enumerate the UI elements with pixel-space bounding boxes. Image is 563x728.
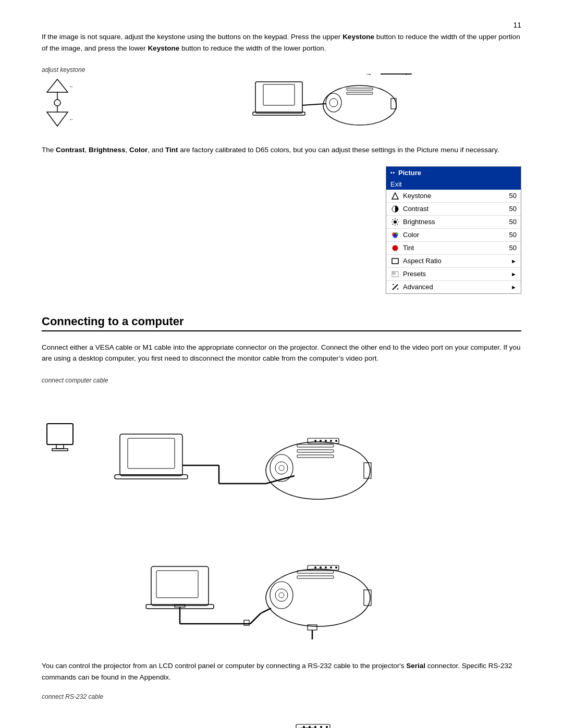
svg-point-65	[335, 440, 337, 442]
svg-rect-58	[297, 455, 334, 458]
svg-line-29	[397, 224, 398, 225]
svg-point-62	[320, 440, 322, 442]
svg-point-54	[275, 462, 288, 474]
svg-point-55	[279, 465, 284, 471]
keystone-diagram-label: adjust keystone	[42, 66, 85, 73]
svg-line-28	[393, 219, 394, 220]
advanced-label: Advanced	[403, 283, 511, 291]
calibration-text: The Contrast, Brightness, Color, and Tin…	[42, 144, 521, 156]
second-connection-diagram	[42, 535, 521, 650]
svg-point-77	[275, 589, 288, 601]
svg-rect-117	[296, 724, 330, 728]
brightness-label: Brightness	[403, 218, 509, 226]
svg-point-84	[320, 566, 322, 569]
picture-menu-header: •• Picture	[386, 167, 521, 179]
page-content: 11 If the image is not square, adjust th…	[0, 0, 563, 728]
svg-point-16	[329, 98, 338, 107]
svg-text:←: ←	[69, 83, 74, 89]
svg-rect-45	[120, 434, 182, 476]
svg-rect-12	[253, 112, 305, 115]
svg-line-66	[266, 476, 295, 484]
svg-point-14	[323, 85, 396, 125]
section-heading-connect: Connecting to a computer	[42, 315, 521, 331]
svg-point-63	[325, 440, 327, 442]
svg-line-88	[261, 608, 271, 613]
svg-line-73	[250, 613, 261, 624]
svg-point-35	[393, 245, 398, 251]
keystone-intro: If the image is not square, adjust the k…	[42, 31, 521, 54]
picture-menu-exit[interactable]: Exit	[386, 179, 521, 190]
svg-rect-43	[56, 445, 64, 449]
svg-rect-74	[244, 620, 249, 625]
menu-item-advanced[interactable]: Advanced ►	[386, 281, 521, 293]
svg-marker-21	[392, 193, 398, 199]
presets-icon	[390, 269, 400, 279]
tint-icon	[390, 243, 400, 253]
second-connection-svg	[146, 540, 500, 645]
page-number: 11	[513, 21, 521, 29]
keystone-label: Keystone	[403, 192, 509, 200]
menu-item-brightness[interactable]: Brightness 50	[386, 216, 521, 229]
svg-rect-47	[128, 438, 175, 468]
tint-label: Tint	[403, 244, 509, 252]
svg-rect-17	[347, 88, 373, 90]
svg-rect-60	[308, 438, 339, 443]
menu-item-tint[interactable]: Tint 50	[386, 242, 521, 255]
svg-rect-56	[297, 445, 334, 447]
color-value: 50	[509, 231, 517, 239]
svg-line-39	[393, 285, 398, 290]
keystone-value: 50	[509, 192, 517, 200]
presets-label: Presets	[403, 270, 511, 278]
svg-point-78	[279, 593, 284, 598]
computer-cable-area	[42, 387, 521, 523]
svg-point-61	[314, 440, 316, 442]
aspect-ratio-icon	[390, 256, 400, 266]
svg-point-83	[314, 566, 316, 569]
computer-cable-label: connect computer cable	[42, 377, 521, 384]
contrast-value: 50	[509, 205, 517, 213]
svg-point-2	[54, 100, 60, 106]
second-diagram-area	[42, 535, 521, 650]
svg-point-122	[326, 726, 328, 728]
computer-cable-diagram: connect computer cable	[42, 377, 521, 523]
svg-rect-36	[392, 258, 398, 264]
keystone-left-panel: adjust keystone ← ←	[42, 66, 104, 129]
svg-rect-38	[393, 273, 395, 274]
svg-point-87	[335, 566, 337, 569]
menu-item-presets[interactable]: Presets ►	[386, 268, 521, 281]
svg-line-30	[397, 219, 398, 220]
svg-rect-13	[263, 84, 295, 105]
svg-point-15	[326, 93, 341, 112]
rs232-svg	[42, 709, 396, 728]
picture-menu-title: Picture	[398, 169, 421, 177]
keystone-buttons-svg: ← ←	[42, 77, 73, 129]
svg-point-85	[325, 566, 327, 569]
menu-item-keystone[interactable]: Keystone 50	[386, 190, 521, 203]
picture-menu: •• Picture Exit Keystone 50	[386, 166, 521, 294]
svg-rect-46	[115, 475, 188, 479]
svg-point-34	[393, 234, 397, 238]
keystone-right-panel: → ←	[146, 66, 521, 129]
menu-item-contrast[interactable]: Contrast 50	[386, 203, 521, 216]
svg-point-121	[320, 726, 322, 728]
brightness-icon	[390, 217, 400, 227]
aspect-ratio-arrow: ►	[511, 258, 517, 264]
keystone-diagram-section: adjust keystone ← ←	[42, 66, 521, 129]
aspect-ratio-label: Aspect Ratio	[403, 257, 511, 265]
svg-text:←: ←	[404, 70, 411, 78]
svg-text:→: →	[365, 70, 372, 78]
color-label: Color	[403, 231, 509, 239]
svg-point-64	[330, 440, 332, 442]
svg-rect-57	[297, 450, 334, 452]
menu-item-aspect-ratio[interactable]: Aspect Ratio ►	[386, 255, 521, 268]
advanced-icon	[390, 282, 400, 292]
menu-item-color[interactable]: Color 50	[386, 229, 521, 242]
rs232-diagram-label: connect RS-232 cable	[42, 693, 521, 700]
rs232-text: You can control the projector from an LC…	[42, 660, 521, 683]
svg-marker-0	[47, 79, 68, 92]
menu-dots-icon: ••	[390, 170, 395, 176]
keystone-icon	[390, 191, 400, 201]
connect-intro-text: Connect either a VESA cable or M1 cable …	[42, 342, 521, 364]
svg-point-119	[309, 726, 311, 728]
svg-rect-42	[47, 424, 73, 445]
